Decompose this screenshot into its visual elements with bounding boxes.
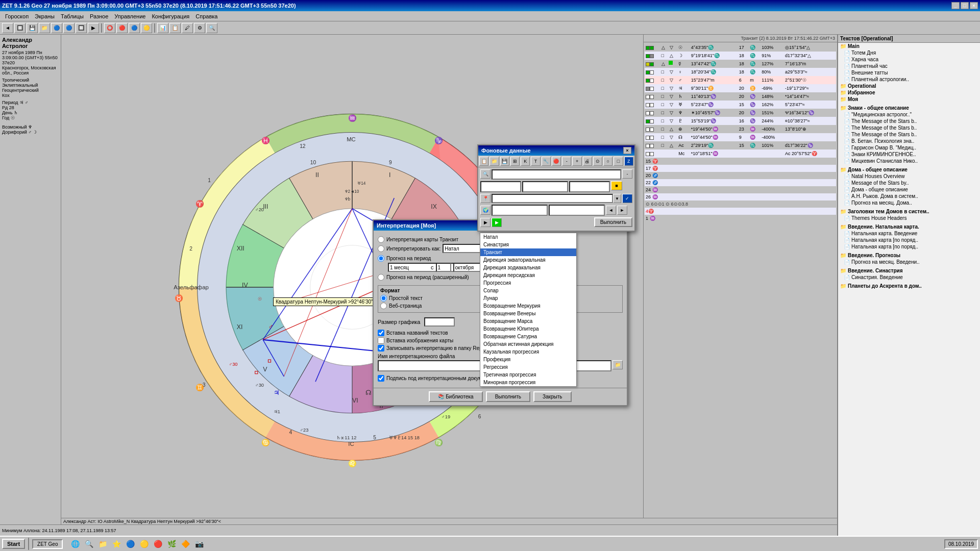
toolbar-btn15[interactable]: 🔍 (206, 23, 217, 33)
dropdown-item-sinastria[interactable]: Синастрия (480, 241, 576, 248)
tree-item-sin-intro[interactable]: 📄 Синастрия. Введение (838, 274, 980, 281)
menu-misc[interactable]: Разное (87, 12, 111, 20)
toolbar-btn8[interactable]: 🔴 (116, 23, 128, 33)
taskbar-icon-10[interactable]: 📷 (193, 538, 205, 550)
period-count[interactable] (436, 263, 451, 272)
toolbar-btn2[interactable]: 💾 (27, 23, 38, 33)
bgdata-btn1[interactable]: 📋 (479, 157, 488, 166)
bgdata-btn8[interactable]: 🔴 (552, 157, 561, 166)
close-button[interactable]: × (970, 2, 978, 9)
toolbar-btn3[interactable]: 📁 (39, 23, 50, 33)
tree-section-favorites[interactable]: 📁 Избранное (838, 89, 980, 96)
tree-item-natal-order2[interactable]: 📄 Натальная карта [по поряд.. (838, 243, 980, 250)
bgdata-print[interactable]: 🖨 (583, 157, 592, 166)
toolbar-btn7[interactable]: ▶ (88, 23, 99, 33)
library-button[interactable]: 📚 Библиотека (429, 391, 482, 402)
radio-forecast-input[interactable] (378, 255, 384, 262)
menu-horoscope[interactable]: Гороскоп (2, 12, 32, 20)
bgdata-yellow-btn[interactable]: ■ (611, 181, 622, 190)
tree-item-msg-stars-3[interactable]: 📄 The Message of the Stars b.. (838, 131, 980, 138)
toolbar-btn13[interactable]: 🖊 (182, 23, 193, 33)
tree-section-prognoz-vveden[interactable]: 📁 Введение. Прогнозы (838, 252, 980, 259)
tree-item-planet-hour[interactable]: 📄 Планетный час (838, 63, 980, 69)
dropdown-item-profek[interactable]: Профекция (480, 356, 576, 363)
tree-section-zagol[interactable]: 📁 Заголовки тем Домов в систем.. (838, 208, 980, 215)
tree-section-znaki[interactable]: 📁 Знаки - общее описание (838, 105, 980, 111)
tree-item-msg-doma[interactable]: 📄 Message of the Stars by.. (838, 180, 980, 186)
radio-webpage[interactable]: Веб-страница (380, 303, 496, 309)
toolbar-btn6[interactable]: 🔲 (76, 23, 87, 33)
tree-item-plan-astro[interactable]: 📄 Планетный астрологии.. (838, 76, 980, 83)
dropdown-item-dirzod[interactable]: Дирекция зодиакальная (480, 264, 576, 271)
tree-section-natal-vveden[interactable]: 📁 Введение. Натальная карта. (838, 223, 980, 230)
dropdown-item-ret-jupiter[interactable]: Возвращение Юпитера (480, 325, 576, 333)
bgdata-search-field[interactable] (492, 169, 621, 180)
toolbar-back[interactable]: ◄ (2, 23, 13, 33)
taskbar-icon-7[interactable]: 🔴 (152, 538, 164, 550)
menu-control[interactable]: Управление (111, 12, 149, 20)
tree-item-totem[interactable]: 📄 Тотем Дня (838, 49, 980, 56)
tree-item-harna[interactable]: 📄 Харна часа (838, 56, 980, 63)
bgdata-nav-left[interactable]: ◄ (606, 206, 616, 215)
bgdata-date-field[interactable]: 8.10.2019 (480, 181, 521, 192)
tree-item-prognoz-doma[interactable]: 📄 Прогноз на месяц. Дома.. (838, 199, 980, 206)
bgdata-loc-confirm[interactable]: ✓ (622, 194, 632, 203)
dropdown-item-solar[interactable]: Солар (480, 287, 576, 294)
graph-size-input[interactable]: 800 (424, 317, 455, 327)
bgdata-btn3[interactable]: 💾 (500, 157, 509, 166)
taskbar-icon-3[interactable]: 📁 (96, 538, 109, 550)
bgdata-loc-icon[interactable]: 📍 (480, 194, 491, 203)
dropdown-item-tret-prog[interactable]: Третичная прогрессия (480, 371, 576, 379)
tree-section-doma[interactable]: 📁 Дома - общее описание (838, 166, 980, 173)
dropdown-item-dirpers[interactable]: Дирекция персидская (480, 271, 576, 279)
radio-transit-input[interactable] (378, 236, 384, 243)
dropdown-item-minor-prog[interactable]: Минорная прогрессия (480, 379, 576, 386)
dropdown-item-lunar[interactable]: Лунар (480, 294, 576, 302)
tree-item-krimino[interactable]: 📄 Знаки КРИМИНОГЕННОЕ.. (838, 151, 980, 158)
toolbar-btn9[interactable]: 🔵 (129, 23, 140, 33)
check-insert-titles-input[interactable] (378, 330, 384, 336)
toolbar-btn11[interactable]: 📊 (157, 23, 168, 33)
dropdown-item-ret-saturn[interactable]: Возвращение Сатурна (480, 333, 576, 340)
tree-item-natal-intro[interactable]: 📄 Натальная карта. Введение (838, 230, 980, 237)
tree-section-main[interactable]: 📁 Main (838, 43, 980, 49)
tree-item-betan[interactable]: 📄 В. Бетан. Психология зна.. (838, 138, 980, 144)
radio-forecast-ext-input[interactable] (378, 274, 384, 281)
bgdata-btn2[interactable]: 📁 (489, 157, 499, 166)
bgdata-play-btn[interactable]: ▶ (492, 218, 502, 227)
bgdata-close-button[interactable]: × (623, 147, 631, 154)
bgdata-coords-icon[interactable]: 🌍 (480, 206, 491, 215)
taskbar-icon-8[interactable]: 🌿 (165, 538, 178, 550)
bgdata-offset-field[interactable]: +03:00:00 (569, 181, 610, 192)
dropdown-item-ret-mars[interactable]: Возвращение Марса (480, 317, 576, 325)
tree-item-natal-order1[interactable]: 📄 Натальная карта [по поряд.. (838, 237, 980, 243)
taskbar-icon-5[interactable]: 🔵 (124, 538, 136, 550)
start-button[interactable]: Start (2, 539, 25, 549)
bgdata-btn6[interactable]: T (531, 157, 540, 166)
menu-tables[interactable]: Таблицы (58, 12, 87, 20)
tree-section-planets[interactable]: 📁 Планеты до Аскрента в дом.. (838, 283, 980, 289)
tree-item-natal-houses[interactable]: 📄 Natal Houses Overview (838, 173, 980, 180)
close-button[interactable]: Закрыть (533, 391, 572, 402)
radio-natal-input[interactable] (378, 245, 384, 252)
radio-simple-text[interactable]: Простой текст (380, 295, 496, 302)
taskbar-icon-6[interactable]: 🟡 (138, 538, 150, 550)
bgdata-location-combo[interactable]: Красногорск, Московская обл., Россия ▼ (492, 194, 621, 203)
dropdown-item-direq[interactable]: Дирекция экваториальная (480, 256, 576, 264)
tree-item-rykov[interactable]: 📄 А.Н. Рыков. Дома в систем.. (838, 193, 980, 199)
taskbar-icon-2[interactable]: 🔍 (83, 538, 95, 550)
menu-help[interactable]: Справка (192, 12, 220, 20)
bgdata-square[interactable]: □ (614, 157, 623, 166)
check-insert-images-input[interactable] (378, 337, 384, 344)
period-combo[interactable]: ▼ (388, 263, 429, 272)
bgdata-btn7[interactable]: 🔧 (542, 157, 551, 166)
bgdata-btn5[interactable]: K (521, 157, 530, 166)
dropdown-item-progress[interactable]: Прогрессия (480, 279, 576, 287)
bgdata-minus-btn[interactable]: - (622, 169, 632, 179)
bgdata-nav-right[interactable]: ► (617, 206, 627, 215)
bgdata-location-input[interactable]: Красногорск, Московская обл., Россия (492, 194, 613, 203)
toolbar-btn1[interactable]: 🔲 (14, 23, 26, 33)
tree-item-doma-gen[interactable]: 📄 Дома - общее описание (838, 186, 980, 193)
taskbar-icon-1[interactable]: 🌐 (69, 538, 81, 550)
toolbar-btn10[interactable]: 🟡 (141, 23, 152, 33)
